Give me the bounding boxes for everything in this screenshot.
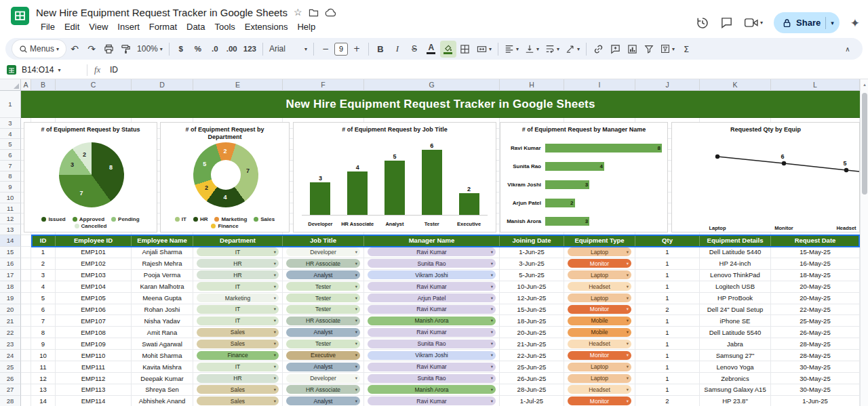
cell[interactable]: 25-Jun-25 xyxy=(500,361,564,373)
cell[interactable]: 1-Jul-25 xyxy=(500,396,564,406)
menu-tools[interactable]: Tools xyxy=(210,20,239,33)
cell[interactable]: HP 24-inch xyxy=(700,258,771,270)
cell[interactable]: Laptop▾ xyxy=(564,373,635,384)
cell[interactable]: Samsung Galaxy A15 xyxy=(700,384,771,396)
cell[interactable]: EMP101 xyxy=(56,247,132,258)
row-header-14[interactable]: 14 xyxy=(0,235,21,247)
cell[interactable]: IT▾ xyxy=(193,281,283,293)
insert-chart-button[interactable] xyxy=(624,41,640,58)
row-header-18[interactable]: 18 xyxy=(0,281,21,293)
menu-view[interactable]: View xyxy=(84,20,113,33)
fill-color-button[interactable] xyxy=(440,41,456,58)
cell[interactable]: Swati Agarwal xyxy=(132,338,193,350)
cell[interactable]: Rohan Joshi xyxy=(132,304,193,316)
dropdown-chip[interactable]: Laptop▾ xyxy=(568,363,631,371)
cell[interactable]: Lenovo Yoga xyxy=(700,361,771,373)
dropdown-chip[interactable]: HR Associate▾ xyxy=(286,259,360,268)
cell[interactable]: 16-May-25 xyxy=(771,258,860,270)
dropdown-chip[interactable]: Developer▾ xyxy=(286,247,360,256)
cell[interactable]: HR Associate▾ xyxy=(283,315,364,327)
cell[interactable]: 30-May-25 xyxy=(771,373,860,384)
formula-input[interactable]: ID xyxy=(110,65,118,75)
cloud-status-icon[interactable] xyxy=(325,8,336,17)
table-header-cell[interactable]: Manager Name xyxy=(364,235,500,247)
cell[interactable]: Kavita Mishra xyxy=(132,361,193,373)
cell[interactable]: 26-May-25 xyxy=(771,327,860,338)
chevron-down-icon[interactable]: ▾ xyxy=(760,20,763,26)
cell[interactable]: Analyst▾ xyxy=(283,327,364,338)
cell[interactable]: Mobile▾ xyxy=(564,327,635,338)
row-header-26[interactable]: 26 xyxy=(0,373,21,384)
dropdown-chip[interactable]: Mobile▾ xyxy=(568,317,631,325)
cell[interactable]: Monitor▾ xyxy=(564,350,635,361)
cell[interactable] xyxy=(21,258,31,270)
cell[interactable]: Abhishek Anand xyxy=(132,396,193,406)
dropdown-chip[interactable]: Monitor▾ xyxy=(568,259,631,268)
dropdown-chip[interactable]: Sunita Rao▾ xyxy=(368,259,496,268)
row-header-15[interactable]: 15 xyxy=(0,247,21,258)
cell[interactable]: Zebronics xyxy=(700,373,771,384)
cell[interactable] xyxy=(21,281,31,293)
column-header-F[interactable]: F xyxy=(283,79,364,91)
table-header-cell[interactable]: Job Title xyxy=(283,235,364,247)
row-header-6[interactable]: 6 xyxy=(0,150,21,161)
cell[interactable]: 9 xyxy=(31,338,56,350)
horizontal-align-button[interactable]: ▾ xyxy=(502,41,521,58)
sheets-logo-icon[interactable] xyxy=(11,7,29,38)
cell[interactable]: iPhone SE xyxy=(700,315,771,327)
column-header-B[interactable]: B xyxy=(31,79,56,91)
text-color-button[interactable]: A xyxy=(423,41,439,58)
cell[interactable]: 18-Jun-25 xyxy=(500,315,564,327)
row-header-28[interactable]: 28 xyxy=(0,396,21,406)
row-header-27[interactable]: 27 xyxy=(0,384,21,396)
dropdown-chip[interactable]: Sales▾ xyxy=(197,328,279,337)
cell[interactable]: 12 xyxy=(31,373,56,384)
cell[interactable]: 1 xyxy=(635,384,700,396)
cell[interactable]: 22-May-25 xyxy=(771,304,860,316)
menu-edit[interactable]: Edit xyxy=(60,20,84,33)
cell[interactable]: Ravi Kumar▾ xyxy=(364,327,500,338)
cell[interactable]: IT▾ xyxy=(193,247,283,258)
cell[interactable]: 2 xyxy=(31,258,56,270)
print-button[interactable] xyxy=(100,41,117,58)
cell[interactable]: Amit Rana xyxy=(132,327,193,338)
italic-button[interactable]: I xyxy=(389,41,406,58)
dropdown-chip[interactable]: Vikram Joshi▾ xyxy=(368,351,496,360)
cell[interactable]: Deepak Kumar xyxy=(132,373,193,384)
cell[interactable]: 5-Jun-25 xyxy=(500,270,564,281)
paint-format-button[interactable] xyxy=(117,41,134,58)
cell[interactable]: 28-May-25 xyxy=(771,350,860,361)
comment-history-icon[interactable] xyxy=(720,16,733,29)
increase-font-size-button[interactable]: + xyxy=(349,41,365,58)
cell[interactable]: 12-Jun-25 xyxy=(500,293,564,304)
dropdown-chip[interactable]: Sales▾ xyxy=(197,385,279,394)
cell[interactable]: IT▾ xyxy=(193,361,283,373)
cell[interactable]: Sales▾ xyxy=(193,338,283,350)
cell[interactable]: Nisha Yadav xyxy=(132,315,193,327)
row-header-22[interactable]: 22 xyxy=(0,327,21,338)
cell[interactable]: Laptop▾ xyxy=(564,270,635,281)
dropdown-chip[interactable]: Analyst▾ xyxy=(286,397,360,405)
column-header-H[interactable]: H xyxy=(500,79,564,91)
borders-button[interactable] xyxy=(457,41,473,58)
cell[interactable]: Tester▾ xyxy=(283,304,364,316)
dropdown-chip[interactable]: IT▾ xyxy=(197,317,279,325)
cell[interactable]: 18-May-25 xyxy=(771,270,860,281)
dropdown-chip[interactable]: Ravi Kumar▾ xyxy=(368,328,496,337)
dropdown-chip[interactable]: Ravi Kumar▾ xyxy=(368,397,496,405)
cell[interactable]: 1 xyxy=(635,327,700,338)
cell[interactable] xyxy=(21,293,31,304)
cell[interactable]: Analyst▾ xyxy=(283,361,364,373)
cell[interactable]: 8 xyxy=(31,327,56,338)
cell[interactable]: 1 xyxy=(635,361,700,373)
column-header-A[interactable]: A xyxy=(21,79,31,91)
cell[interactable]: 4 xyxy=(31,281,56,293)
cell[interactable]: 25-May-25 xyxy=(771,315,860,327)
dropdown-chip[interactable]: Manish Arora▾ xyxy=(368,317,496,325)
row-header-13[interactable]: 13 xyxy=(0,224,21,235)
cell[interactable]: 1 xyxy=(635,350,700,361)
cell[interactable]: 3 xyxy=(31,270,56,281)
cell[interactable]: Headset▾ xyxy=(564,338,635,350)
cell[interactable]: Logitech USB xyxy=(700,281,771,293)
chart-card-hbar[interactable]: # of Equipment Request by Manager NameRa… xyxy=(500,122,668,232)
